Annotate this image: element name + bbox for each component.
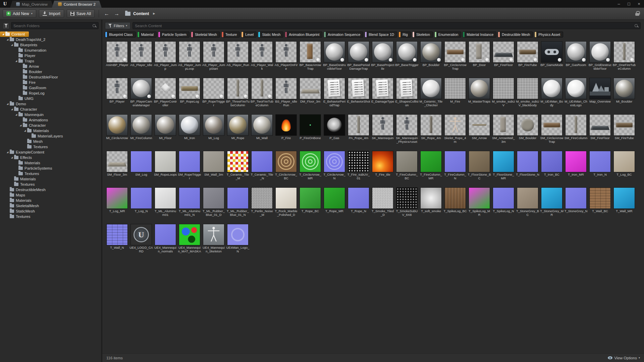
tree-item-character[interactable]: ◢Character — [0, 123, 50, 128]
asset-item-bp-gasroom[interactable]: BP_GasRoom — [564, 41, 588, 77]
asset-item-t-fire-subuv-01[interactable]: T_Fire_subUV_01 — [346, 150, 371, 187]
asset-item-bp-twofiretubecolumn[interactable]: BP_TwoFireTubeColumn — [250, 77, 274, 114]
tree-item-particlesystems[interactable]: ParticleSystems — [0, 166, 56, 171]
filter-chip-animation-sequence[interactable]: Animation Sequence — [324, 32, 363, 38]
tree-item-materiallayers[interactable]: MaterialLayers — [0, 133, 67, 139]
asset-item-bp-basedestructiblefloor[interactable]: BP_BaseDestructibleFloor — [322, 41, 346, 77]
search-content-input[interactable] — [135, 24, 633, 28]
tree-item-textures[interactable]: Textures — [0, 214, 34, 219]
tree-item-character[interactable]: ◢Character — [0, 107, 41, 112]
asset-item-t-log-bc[interactable]: T_Log_BC — [612, 150, 636, 187]
asset-item-bp-baseprojectile[interactable]: BP_BaseProjectile — [371, 41, 395, 77]
asset-item-skelet-rope-4m[interactable]: Skelet_Rope_4m — [443, 114, 467, 150]
asset-item-ue4man-logo-n[interactable]: UE4Man_Logo_N — [226, 224, 250, 260]
asset-item-t-rock-marble-polished-d[interactable]: T_Rock_Marble_Polished_D — [274, 187, 298, 224]
asset-item-t-spikelog-n[interactable]: T_SpikeLog_N — [491, 187, 516, 224]
tree-item-player[interactable]: Player — [0, 53, 40, 58]
breadcrumb-content[interactable]: Content — [133, 11, 149, 16]
asset-item-pa-rope-4m[interactable]: PA_Rope_4m — [346, 114, 371, 150]
asset-item-p-gas[interactable]: P_Gas — [322, 114, 346, 150]
expand-arrow-icon[interactable]: ◢ — [23, 129, 27, 132]
asset-item-bp-firetube[interactable]: BP_FireTube — [516, 41, 540, 77]
minimize-button[interactable]: – — [614, 0, 624, 7]
asset-item-sk-mannequin[interactable]: SK_Mannequin — [371, 114, 395, 150]
filter-chip-skeleton[interactable]: Skeleton — [412, 32, 433, 38]
asset-item-as-player-jump[interactable]: AS_Player_Jump — [153, 41, 177, 77]
asset-item-bp-griddestructiblefloor[interactable]: BP_GridDestructibleFloor — [588, 41, 612, 77]
asset-item-t-stonegrey-bc[interactable]: T_StoneGrey_BC — [516, 187, 540, 224]
asset-item-t-rope-mr[interactable]: T_Rope_MR — [322, 187, 346, 224]
add-new-button[interactable]: Add New ▾ — [3, 9, 36, 18]
asset-item-mi-log[interactable]: MI_Log — [202, 114, 226, 150]
asset-item-sk-rope-4m[interactable]: SK_Rope_4m — [419, 114, 443, 150]
view-options-button[interactable]: View Options ▾ — [608, 356, 640, 360]
asset-item-dm-floor-3m[interactable]: DM_Floor_3m — [298, 77, 322, 114]
asset-item-bp-playercontroller[interactable]: BP_PlayerController — [153, 77, 177, 114]
asset-item-m-mastertraps[interactable]: M_MasterTraps — [467, 77, 491, 114]
asset-item-t-wall-mr[interactable]: T_Wall_MR — [612, 187, 636, 224]
asset-item-sm-firecolumn[interactable]: SM_FireColumn — [564, 114, 588, 150]
asset-item-e-damagetype[interactable]: E_DamageType — [371, 77, 395, 114]
asset-item-m-ceramic-tile-checker[interactable]: M_Ceramic_Tile_Checker — [419, 77, 443, 114]
asset-item-t-ceramic-tile-m[interactable]: T_Ceramic_Tile_M — [226, 150, 250, 187]
expand-arrow-icon[interactable]: ◢ — [6, 38, 9, 41]
filter-chip-level[interactable]: Level — [241, 32, 257, 38]
tree-item-maps[interactable]: Maps — [0, 192, 29, 198]
tree-item-enumeration[interactable]: Enumeration — [0, 48, 50, 53]
search-folders-box[interactable] — [11, 22, 99, 29]
asset-item-t-floorstone-bc[interactable]: T_FloorStone_BC — [467, 150, 491, 187]
asset-item-sm-circlearrowtrap[interactable]: SM_CircleArrowTrap — [540, 114, 564, 150]
asset-item-bp-ropetrigger[interactable]: BP_RopeTrigger — [202, 77, 226, 114]
tree-item-destructiblemesh[interactable]: DestructibleMesh — [0, 187, 50, 192]
asset-item-m-smoke-subuv-blackbody[interactable]: M_smoke_subUV_blackbody — [516, 77, 540, 114]
asset-item-t-ceramic-tile-n[interactable]: T_Ceramic_Tile_N — [250, 150, 274, 187]
asset-item-t-smoke-tiled-d[interactable]: T_Smoke_Tiled_D — [371, 187, 395, 224]
tree-item-mesh[interactable]: Mesh — [0, 139, 47, 144]
asset-item-sm-ropetrigger[interactable]: SM_RopeTrigger — [177, 150, 202, 187]
tree-item-boulder[interactable]: Boulder — [0, 69, 46, 74]
tree-item-deathtrapsvol-2[interactable]: ◢DeathTrapsVol_2 — [0, 37, 49, 42]
asset-item-ue4-mannequin-normals[interactable]: UE4_Mannequin_normals — [153, 224, 177, 260]
asset-item-t-perlin-noise-m[interactable]: T_Perlin_Noise_M — [250, 187, 274, 224]
tree-item-examplecontent[interactable]: ◢ExampleContent — [0, 149, 48, 155]
tree-item-materials[interactable]: Materials — [0, 198, 36, 203]
expand-arrow-icon[interactable]: ◢ — [1, 33, 5, 36]
expand-arrow-icon[interactable]: ◢ — [6, 151, 9, 154]
asset-item-p-fireonbone[interactable]: P_FireOnBone — [298, 114, 322, 150]
tree-item-content[interactable]: ◢Content — [0, 32, 29, 37]
asset-item-sm-boulder[interactable]: SM_Boulder — [516, 114, 540, 150]
asset-item-mi-firecolumn[interactable]: MI_FireColumn — [129, 114, 153, 150]
asset-item-as-playeronfire[interactable]: AS_PlayerOnFire — [274, 41, 298, 77]
asset-item-t-ml-aluminum01-n[interactable]: T_ML_Aluminum01_N — [177, 187, 202, 224]
asset-item-sm-ropeloops[interactable]: SM_RopeLoops — [153, 150, 177, 187]
tab-map-overview[interactable]: Map_Overview — [10, 1, 54, 8]
asset-item-t-ml-aluminum01[interactable]: T_ML_Aluminum01 — [153, 187, 177, 224]
asset-item-t-circlearrow-n[interactable]: T_CircleArrow_N — [322, 150, 346, 187]
asset-item-as-player-walk[interactable]: AS_Player_Walk — [250, 41, 274, 77]
tree-item-arrow[interactable]: Arrow — [0, 64, 43, 69]
tree-item-materials[interactable]: Materials — [0, 160, 44, 166]
asset-item-bp-onefiretubecolumn[interactable]: BP_OneFireTubeColumn — [612, 41, 636, 77]
tree-item-skeletalmesh[interactable]: SkeletalMesh — [0, 203, 43, 208]
breadcrumb-expand-icon[interactable]: ▶ — [153, 12, 155, 15]
import-button[interactable]: Import — [39, 9, 64, 18]
asset-item-mi-boulder[interactable]: MI_Boulder — [612, 77, 636, 114]
asset-item-sm-log[interactable]: SM_Log — [129, 150, 153, 187]
asset-item-m-ue4man-body[interactable]: M_UE4Man_Body — [540, 77, 564, 114]
sources-filter-button[interactable] — [3, 22, 9, 29]
back-button[interactable]: ← — [103, 11, 110, 17]
asset-item-t-circlearrow-bc[interactable]: T_CircleArrow_BC — [274, 150, 298, 187]
asset-item-mi-circlearrow[interactable]: MI_CircleArrow — [105, 114, 129, 150]
asset-item-t-log-mr[interactable]: T_Log_MR — [105, 187, 129, 224]
asset-item-bp-player[interactable]: BP_Player — [105, 77, 129, 114]
maximize-button[interactable]: □ — [624, 0, 634, 7]
lock-icon[interactable] — [635, 11, 639, 16]
tree-item-ropelog[interactable]: RopeLog — [0, 90, 49, 96]
asset-item-as-player-run[interactable]: AS_Player_Run — [226, 41, 250, 77]
asset-item-t-wall-n[interactable]: T_Wall_N — [105, 224, 129, 260]
asset-item-bp-firefloor[interactable]: BP_FireFloor — [491, 41, 516, 77]
asset-item-bp-baseperioddamagetrap[interactable]: BP_BasePeriodDamageTrap — [346, 41, 371, 77]
asset-item-ue4-mannequin-skeleton[interactable]: UE4_Mannequin_Skeleton — [202, 224, 226, 260]
asset-item-t-firecolumn-mr[interactable]: T_FireColumn_MR — [419, 150, 443, 187]
filter-chip-enumeration[interactable]: Enumeration — [434, 32, 462, 38]
